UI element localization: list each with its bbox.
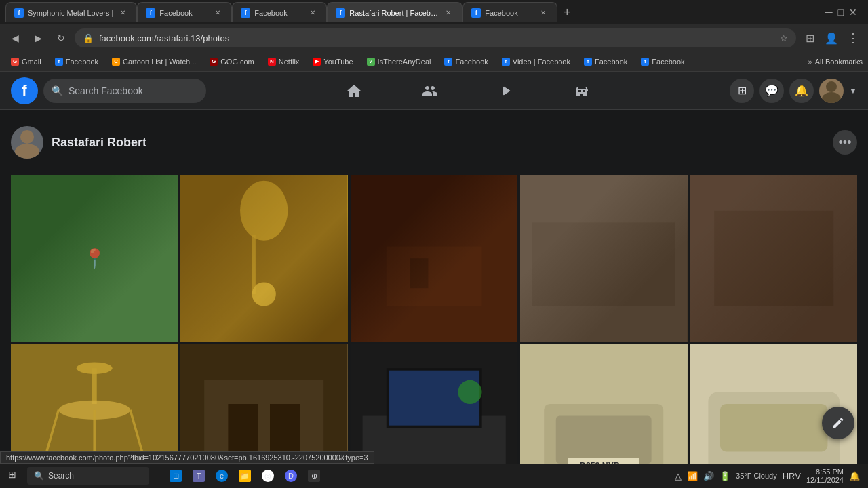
chrome-icon: ◎: [262, 470, 274, 482]
facebook-favicon-4: f: [641, 58, 649, 66]
taskbar-left: ⊞ 🔍 Search: [8, 467, 149, 485]
taskbar-teams[interactable]: T: [189, 468, 209, 483]
tab-close-4[interactable]: ✕: [443, 7, 454, 18]
notification-icon[interactable]: 🔔: [849, 471, 860, 481]
fb-nav: [212, 75, 724, 107]
windows-start-button[interactable]: ⊞: [8, 469, 22, 483]
teams-icon: T: [193, 470, 205, 482]
browser-chrome: f Symphonic Metal Lovers | ✕ f Facebook …: [0, 0, 868, 72]
facebook-favicon-1: f: [55, 58, 63, 66]
network-icon[interactable]: 📶: [687, 471, 698, 481]
bookmark-facebook-3[interactable]: f Facebook: [578, 56, 633, 67]
bookmark-facebook-2[interactable]: f Facebook: [439, 56, 493, 67]
bookmark-gmail[interactable]: G Gmail: [5, 56, 47, 67]
tab-title-2: Facebook: [159, 9, 208, 17]
user-avatar[interactable]: [819, 79, 844, 103]
notifications-button[interactable]: 🔔: [789, 79, 814, 103]
messenger-button[interactable]: 💬: [760, 79, 784, 103]
bookmark-gog-label: GOG.com: [220, 58, 254, 66]
bookmark-video-fb[interactable]: f Video | Facebook: [496, 56, 576, 67]
taskbar-right: △ 📶 🔊 🔋 35°F Cloudy HRV 8:55 PM 12/11/20…: [675, 468, 860, 484]
taskbar-unknown[interactable]: ⊕: [304, 468, 324, 483]
apps-button[interactable]: ⊞: [730, 79, 754, 103]
tab-close-5[interactable]: ✕: [538, 7, 549, 18]
bookmark-star-icon[interactable]: ☆: [780, 33, 788, 43]
nav-marketplace[interactable]: [544, 75, 620, 107]
nav-friends[interactable]: [392, 75, 468, 107]
bookmarks-bar: G Gmail f Facebook C Cartoon List | Watc…: [0, 52, 868, 72]
taskbar-cortana[interactable]: ⊞: [165, 468, 186, 483]
tab-2[interactable]: f Facebook ✕: [137, 2, 232, 22]
language-indicator[interactable]: HRV: [783, 471, 801, 481]
taskbar-explorer[interactable]: 📁: [235, 468, 255, 483]
tab-1[interactable]: f Symphonic Metal Lovers | ✕: [5, 2, 137, 22]
extensions-button[interactable]: ⊞: [800, 28, 819, 47]
fb-logo[interactable]: f: [11, 77, 38, 104]
explorer-icon: 📁: [239, 470, 251, 482]
facebook-app: f 🔍 ⊞ 💬 🔔 ▼: [0, 72, 868, 488]
profile-more-button[interactable]: •••: [833, 130, 857, 155]
fb-search-box[interactable]: 🔍: [43, 79, 206, 103]
windows-search-box[interactable]: 🔍 Search: [27, 467, 149, 485]
system-clock[interactable]: 8:55 PM 12/11/2024: [806, 468, 844, 484]
edge-icon: e: [216, 470, 228, 482]
gmail-favicon: G: [11, 58, 19, 66]
bookmark-facebook-3-label: Facebook: [595, 58, 627, 66]
photo-item[interactable]: [520, 175, 687, 342]
taskbar-chrome[interactable]: ◎: [258, 468, 278, 483]
bookmark-cartoon[interactable]: C Cartoon List | Watch...: [106, 56, 201, 67]
bookmark-isthere[interactable]: ? IsThereAnyDeal: [361, 56, 437, 67]
profile-avatar[interactable]: [11, 126, 43, 159]
photo-item[interactable]: 📍: [11, 175, 178, 342]
forward-button[interactable]: ▶: [28, 28, 47, 47]
unknown-icon: ⊕: [308, 470, 320, 482]
battery-icon[interactable]: 🔋: [719, 471, 730, 481]
photo-item[interactable]: [690, 175, 857, 342]
taskbar-discord[interactable]: D: [281, 468, 301, 483]
tab-close-2[interactable]: ✕: [212, 7, 223, 18]
new-tab-button[interactable]: +: [557, 3, 576, 22]
tab-4[interactable]: f Rastafari Robert | Facebook ✕: [327, 2, 462, 22]
show-desktop-icon[interactable]: △: [675, 471, 682, 481]
bookmark-youtube[interactable]: ▶ YouTube: [307, 56, 358, 67]
back-button[interactable]: ◀: [5, 28, 24, 47]
svg-point-30: [458, 380, 481, 404]
photo-item[interactable]: [180, 175, 347, 342]
photo-item[interactable]: [351, 175, 517, 342]
profile-button[interactable]: 👤: [822, 28, 841, 47]
taskbar-edge[interactable]: e: [212, 468, 232, 483]
tab-title-4: Rastafari Robert | Facebook: [349, 9, 439, 17]
nav-video[interactable]: [468, 75, 544, 107]
svg-rect-12: [532, 222, 675, 306]
tab-close-3[interactable]: ✕: [307, 7, 318, 18]
svg-point-3: [15, 144, 39, 159]
write-post-button[interactable]: [822, 407, 854, 439]
svg-rect-10: [410, 258, 428, 288]
fb-header: f 🔍 ⊞ 💬 🔔 ▼: [0, 72, 868, 110]
bookmarks-overflow[interactable]: » All Bookmarks: [808, 58, 863, 66]
refresh-button[interactable]: ↻: [52, 28, 71, 47]
minimize-button[interactable]: ─: [825, 6, 832, 18]
facebook-favicon-2: f: [444, 58, 452, 66]
maximize-button[interactable]: □: [838, 7, 844, 18]
tab-3[interactable]: f Facebook ✕: [232, 2, 327, 22]
bookmark-gog[interactable]: G GOG.com: [204, 56, 260, 67]
bookmark-netflix[interactable]: N Netflix: [262, 56, 305, 67]
weather-widget[interactable]: 35°F Cloudy: [736, 472, 777, 480]
weather-temp: 35°F: [736, 472, 751, 480]
search-input[interactable]: [68, 85, 191, 96]
close-window-button[interactable]: ✕: [849, 7, 857, 18]
volume-icon[interactable]: 🔊: [703, 471, 714, 481]
more-options-icon: •••: [839, 136, 852, 150]
tab-close-1[interactable]: ✕: [117, 7, 128, 18]
bookmark-facebook-4[interactable]: f Facebook: [635, 56, 690, 67]
tab-favicon-4: f: [336, 8, 345, 18]
header-chevron-icon[interactable]: ▼: [849, 86, 857, 96]
tab-5[interactable]: f Facebook ✕: [462, 2, 557, 22]
address-bar[interactable]: 🔒 facebook.com/rastafari.13/photos ☆: [75, 28, 796, 47]
bookmark-facebook-4-label: Facebook: [652, 58, 684, 66]
bookmark-facebook-1[interactable]: f Facebook: [50, 56, 104, 67]
nav-home[interactable]: [316, 75, 392, 107]
settings-button[interactable]: ⋮: [844, 28, 863, 47]
address-bar-row: ◀ ▶ ↻ 🔒 facebook.com/rastafari.13/photos…: [0, 24, 868, 52]
